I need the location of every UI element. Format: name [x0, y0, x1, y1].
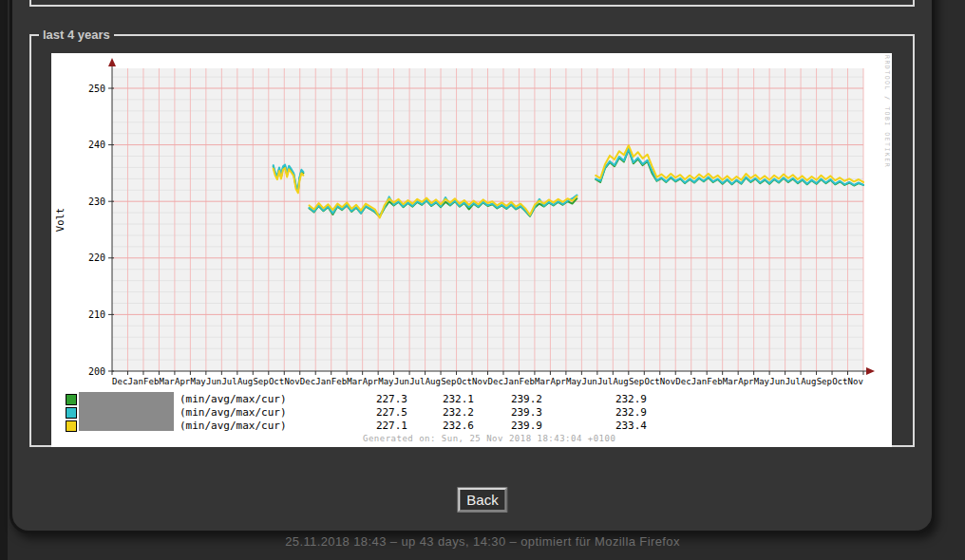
last-4-years-panel: last 4 years 200210220230240250DecJanFeb… [29, 28, 915, 447]
graph-legend: (min/avg/max/cur) 227.3 232.1 239.2 232.… [51, 53, 892, 447]
legend-avg-value: 232.2 [407, 406, 474, 419]
legend-min-value: 227.5 [341, 406, 407, 419]
legend-row-green: (min/avg/max/cur) 227.3 232.1 239.2 232.… [51, 393, 892, 406]
legend-swatch-yellow [66, 420, 77, 432]
legend-row-cyan: (min/avg/max/cur) 227.5 232.2 239.3 232.… [51, 406, 892, 420]
legend-label: (min/avg/max/cur) [180, 393, 287, 405]
truncated-panel-above [29, 0, 915, 7]
legend-cur-value: 233.4 [580, 420, 647, 432]
legend-max-value: 239.9 [476, 420, 542, 432]
content-panel: last 4 years 200210220230240250DecJanFeb… [9, 0, 935, 533]
panel-title: last 4 years [39, 28, 114, 42]
legend-swatch-green [66, 394, 77, 405]
rrd-graph-image: 200210220230240250DecJanFebMarAprMayJunJ… [51, 53, 892, 447]
legend-swatch-cyan [66, 407, 77, 419]
legend-cur-value: 232.9 [580, 406, 647, 419]
window-edge [0, 0, 8, 560]
legend-max-value: 239.3 [476, 406, 542, 419]
generated-timestamp: Generated on: Sun, 25 Nov 2018 18:43:04 … [363, 434, 615, 443]
legend-min-value: 227.3 [341, 393, 407, 405]
legend-avg-value: 232.1 [407, 393, 474, 405]
legend-row-yellow: (min/avg/max/cur) 227.1 232.6 239.9 233.… [51, 420, 892, 433]
legend-min-value: 227.1 [341, 420, 407, 432]
redacted-label-box [79, 392, 174, 431]
legend-label: (min/avg/max/cur) [180, 420, 287, 432]
legend-avg-value: 232.6 [407, 420, 474, 432]
back-button[interactable]: Back [458, 488, 506, 512]
legend-max-value: 239.2 [476, 393, 542, 405]
legend-label: (min/avg/max/cur) [180, 406, 287, 419]
legend-cur-value: 232.9 [580, 393, 647, 405]
footer-status-text: 25.11.2018 18:43 – up 43 days, 14:30 – o… [0, 534, 965, 549]
